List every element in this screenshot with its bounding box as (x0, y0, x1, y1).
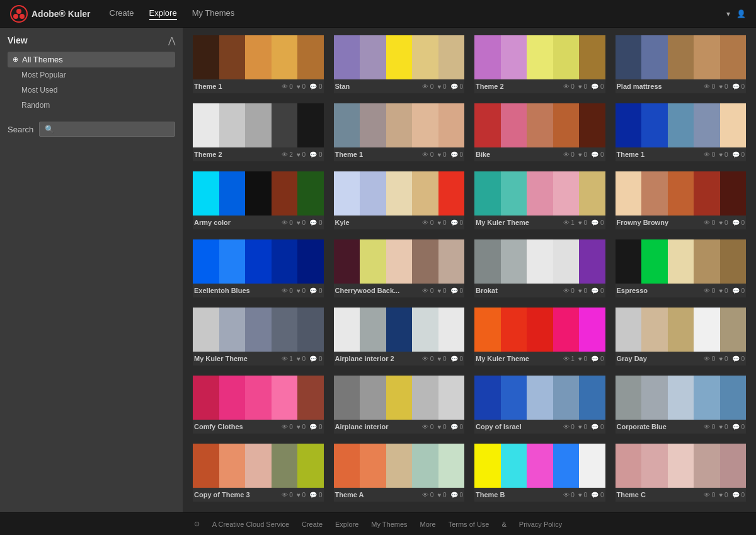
color-swatch (334, 103, 360, 147)
comment-stat: 💬 0 (591, 287, 604, 294)
nav-dropdown-icon[interactable]: ▾ (726, 9, 730, 18)
color-swatch (641, 239, 668, 284)
nav-links: Create Explore My Themes (110, 7, 726, 20)
theme-info: Cherrywood Back... 👁 0 ♥ 0 💬 0 (334, 284, 465, 297)
like-stat: ♥ 0 (578, 355, 587, 362)
nav-explore[interactable]: Explore (149, 7, 177, 20)
footer-explore[interactable]: Explore (335, 521, 358, 528)
theme-info: Theme B 👁 0 ♥ 0 💬 0 (474, 488, 605, 502)
color-swatch (193, 444, 219, 488)
color-swatch (553, 171, 580, 216)
sidebar-item-most-popular[interactable]: Most Popular (8, 67, 175, 83)
color-swatch (579, 376, 605, 420)
color-swatch (386, 171, 413, 216)
comment-stat: 💬 0 (450, 355, 463, 362)
comment-stat: 💬 0 (450, 492, 463, 498)
view-stat: 👁 0 (282, 219, 293, 226)
theme-swatches (334, 308, 465, 352)
color-swatch (193, 35, 219, 79)
theme-swatches (616, 171, 747, 216)
color-swatch (616, 376, 642, 420)
color-swatch (668, 444, 694, 488)
theme-swatches (334, 376, 465, 420)
nav-create[interactable]: Create (110, 7, 134, 20)
footer-terms[interactable]: Terms of Use (449, 521, 490, 528)
like-stat: ♥ 0 (719, 219, 728, 226)
footer-create[interactable]: Create (302, 521, 323, 528)
like-stat: ♥ 0 (719, 355, 728, 362)
nav-my-themes[interactable]: My Themes (192, 7, 235, 20)
theme-swatches (616, 376, 747, 420)
color-swatch (720, 35, 747, 79)
theme-info: Airplane interior 👁 0 ♥ 0 💬 0 (334, 420, 465, 434)
sidebar-item-all-themes[interactable]: ⊕ All Themes (8, 52, 175, 67)
comment-stat: 💬 0 (309, 219, 322, 226)
user-icon[interactable]: 👤 (736, 9, 746, 18)
color-swatch (272, 35, 298, 79)
footer-separator: & (501, 521, 506, 528)
theme-swatches (334, 239, 465, 284)
color-swatch (193, 239, 219, 284)
theme-info: Theme C 👁 0 ♥ 0 💬 0 (616, 488, 747, 502)
color-swatch (297, 103, 324, 147)
theme-stats: 👁 0 ♥ 0 💬 0 (422, 423, 463, 430)
color-swatch (694, 444, 720, 488)
color-swatch (386, 35, 413, 79)
like-stat: ♥ 0 (297, 492, 306, 498)
view-stat: 👁 0 (704, 219, 715, 226)
like-stat: ♥ 0 (297, 423, 306, 430)
collapse-icon[interactable]: ⋀ (168, 35, 175, 45)
view-stat: 👁 0 (422, 423, 433, 430)
color-swatch (474, 171, 501, 216)
footer-more[interactable]: More (420, 521, 436, 528)
sidebar-view-header: View ⋀ (8, 35, 175, 45)
color-swatch (720, 444, 747, 488)
theme-stats: 👁 1 ♥ 0 💬 0 (563, 219, 604, 226)
view-stat: 👁 0 (282, 83, 293, 90)
theme-stats: 👁 0 ♥ 0 💬 0 (422, 492, 463, 498)
footer-my-themes[interactable]: My Themes (371, 521, 407, 528)
color-swatch (360, 171, 386, 216)
color-swatch (501, 239, 527, 284)
theme-stats: 👁 0 ♥ 0 💬 0 (704, 287, 745, 294)
color-swatch (297, 239, 324, 284)
color-swatch (334, 376, 360, 420)
color-swatch (360, 308, 386, 352)
view-stat: 👁 0 (704, 83, 715, 90)
sidebar-view-title: View (8, 35, 28, 45)
theme-info: Corporate Blue 👁 0 ♥ 0 💬 0 (616, 420, 747, 434)
like-stat: ♥ 0 (297, 287, 306, 294)
color-swatch (641, 308, 668, 352)
sidebar-all-themes-label: All Themes (22, 55, 63, 64)
svg-point-1 (16, 9, 21, 14)
color-swatch (412, 239, 438, 284)
color-swatch (219, 308, 246, 352)
color-swatch (297, 444, 324, 488)
color-swatch (386, 376, 413, 420)
sidebar-item-most-used[interactable]: Most Used (8, 83, 175, 98)
theme-swatches (474, 239, 605, 284)
theme-card: Theme A 👁 0 ♥ 0 💬 0 (334, 444, 465, 502)
color-swatch (245, 239, 272, 284)
like-stat: ♥ 0 (578, 83, 587, 90)
color-swatch (641, 171, 668, 216)
theme-info: Plad mattress 👁 0 ♥ 0 💬 0 (616, 79, 747, 93)
theme-name: Cherrywood Back... (335, 287, 423, 294)
search-input[interactable] (39, 122, 175, 137)
theme-card: Comfy Clothes 👁 0 ♥ 0 💬 0 (193, 376, 324, 434)
like-stat: ♥ 0 (437, 492, 446, 498)
theme-card: Army color 👁 0 ♥ 0 💬 0 (193, 171, 324, 229)
color-swatch (272, 376, 298, 420)
theme-stats: 👁 0 ♥ 0 💬 0 (282, 83, 323, 90)
theme-stats: 👁 0 ♥ 0 💬 0 (422, 219, 463, 226)
theme-swatches (474, 103, 605, 147)
color-swatch (720, 103, 747, 147)
sidebar-item-random[interactable]: Random (8, 98, 175, 113)
color-swatch (553, 239, 580, 284)
comment-stat: 💬 0 (732, 423, 745, 430)
footer-privacy[interactable]: Privacy Policy (519, 521, 562, 528)
like-stat: ♥ 0 (578, 151, 587, 158)
theme-stats: 👁 0 ♥ 0 💬 0 (422, 83, 463, 90)
color-swatch (579, 171, 605, 216)
theme-stats: 👁 0 ♥ 0 💬 0 (282, 219, 323, 226)
